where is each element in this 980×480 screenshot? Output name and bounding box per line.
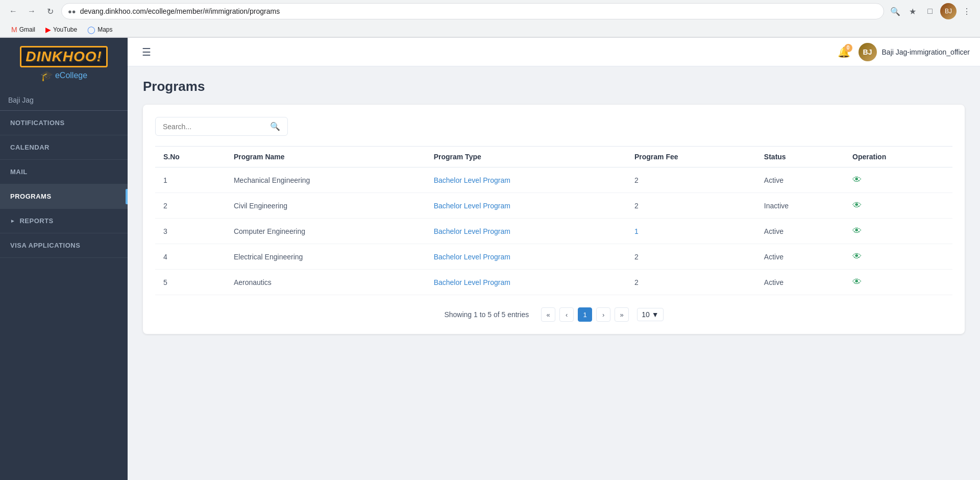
view-icon[interactable]: 👁	[852, 200, 862, 210]
main-content: Programs 🔍 S.No Program Name Program Typ…	[128, 66, 980, 480]
bookmarks-bar: M Gmail ▶ YouTube ◯ Maps	[0, 22, 980, 37]
app-container: DINKHOO! 🎓 eCollege Baji Jag NOTIFICATIO…	[0, 38, 980, 480]
forward-button[interactable]: →	[24, 4, 39, 18]
last-page-button[interactable]: »	[615, 307, 629, 322]
view-icon[interactable]: 👁	[852, 175, 862, 185]
browser-actions: 🔍 ★ □ BJ ⋮	[888, 3, 974, 19]
table-row: 5 Aeronautics Bachelor Level Program 2 A…	[155, 270, 952, 295]
page-size-chevron-icon: ▼	[652, 310, 659, 319]
cell-operation: 👁	[844, 167, 952, 193]
cell-program-name: Mechanical Engineering	[226, 167, 426, 193]
sidebar-item-calendar[interactable]: CALENDAR	[0, 135, 128, 160]
sidebar-item-visa-applications[interactable]: VISA APPLICATIONS	[0, 233, 128, 258]
user-info[interactable]: BJ Baji Jag-immigration_officer	[859, 43, 970, 61]
cell-program-name: Electrical Engineering	[226, 244, 426, 270]
programs-table: S.No Program Name Program Type Program F…	[155, 146, 952, 295]
ecollege-text: eCollege	[55, 71, 87, 80]
main-wrapper: ☰ 🔔 0 BJ Baji Jag-immigration_officer Pr…	[128, 38, 980, 480]
cell-status: Active	[756, 167, 844, 193]
bookmark-maps[interactable]: ◯ Maps	[83, 25, 116, 35]
youtube-icon: ▶	[45, 26, 51, 34]
table-header: S.No Program Name Program Type Program F…	[155, 147, 952, 167]
back-button[interactable]: ←	[6, 4, 20, 18]
cell-operation: 👁	[844, 244, 952, 270]
sidebar-item-mail[interactable]: MAIL	[0, 160, 128, 184]
page-1-button[interactable]: 1	[578, 307, 592, 322]
cell-program-type: Bachelor Level Program	[426, 219, 626, 244]
browser-chrome: ← → ↻ ●● 🔍 ★ □ BJ ⋮ M Gmail ▶ YouTube ◯ …	[0, 0, 980, 38]
cell-fee: 2	[626, 167, 756, 193]
user-avatar: BJ	[859, 43, 877, 61]
logo-ecollege: 🎓 eCollege	[8, 69, 119, 82]
cell-program-name: Computer Engineering	[226, 219, 426, 244]
first-page-button[interactable]: «	[541, 307, 555, 322]
calendar-label: CALENDAR	[10, 143, 50, 151]
cell-sno: 3	[155, 219, 226, 244]
notification-bell[interactable]: 🔔 0	[838, 46, 850, 58]
sidebar-user: Baji Jag	[0, 90, 128, 111]
page-size-select[interactable]: 10 ▼	[637, 308, 663, 321]
cell-program-type: Bachelor Level Program	[426, 270, 626, 295]
youtube-label: YouTube	[53, 26, 77, 33]
table-header-row: S.No Program Name Program Type Program F…	[155, 147, 952, 167]
reload-button[interactable]: ↻	[43, 4, 57, 18]
profile-avatar[interactable]: BJ	[940, 3, 957, 19]
cell-program-type: Bachelor Level Program	[426, 193, 626, 219]
page-title: Programs	[143, 79, 965, 94]
cell-program-type: Bachelor Level Program	[426, 167, 626, 193]
sidebar: DINKHOO! 🎓 eCollege Baji Jag NOTIFICATIO…	[0, 38, 128, 480]
col-program-type: Program Type	[426, 147, 626, 167]
maps-icon: ◯	[87, 26, 95, 34]
bookmark-button[interactable]: ★	[905, 4, 920, 18]
cell-status: Inactive	[756, 193, 844, 219]
view-icon[interactable]: 👁	[852, 277, 862, 287]
user-name-label: Baji Jag-immigration_officer	[882, 48, 970, 56]
cell-status: Active	[756, 270, 844, 295]
gmail-label: Gmail	[19, 26, 35, 33]
cell-fee: 1	[626, 219, 756, 244]
tab-button[interactable]: □	[923, 4, 937, 18]
search-button[interactable]: 🔍	[888, 4, 902, 18]
cell-fee: 2	[626, 270, 756, 295]
table-row: 3 Computer Engineering Bachelor Level Pr…	[155, 219, 952, 244]
cell-sno: 4	[155, 244, 226, 270]
search-icon: 🔍	[270, 122, 280, 131]
view-icon[interactable]: 👁	[852, 226, 862, 236]
hamburger-button[interactable]: ☰	[138, 44, 155, 60]
table-body: 1 Mechanical Engineering Bachelor Level …	[155, 167, 952, 295]
prev-page-button[interactable]: ‹	[559, 307, 574, 322]
sidebar-item-programs[interactable]: PROGRAMS	[0, 184, 128, 209]
cell-sno: 5	[155, 270, 226, 295]
next-page-button[interactable]: ›	[596, 307, 610, 322]
notifications-label: NOTIFICATIONS	[10, 119, 65, 127]
logo-dinkhoo: DINKHOO!	[20, 46, 108, 67]
sidebar-item-reports[interactable]: ► REPORTS	[0, 209, 128, 233]
sidebar-item-notifications[interactable]: NOTIFICATIONS	[0, 111, 128, 135]
reports-label: REPORTS	[19, 217, 53, 225]
reports-chevron-icon: ►	[10, 218, 15, 224]
cell-program-name: Civil Engineering	[226, 193, 426, 219]
programs-label: PROGRAMS	[10, 193, 52, 200]
cell-operation: 👁	[844, 270, 952, 295]
cell-fee: 2	[626, 193, 756, 219]
pagination-info: Showing 1 to 5 of 5 entries	[444, 310, 529, 319]
notification-badge: 0	[844, 44, 852, 52]
cell-operation: 👁	[844, 193, 952, 219]
view-icon[interactable]: 👁	[852, 251, 862, 261]
cell-status: Active	[756, 219, 844, 244]
search-bar: 🔍	[155, 117, 288, 136]
menu-button[interactable]: ⋮	[960, 4, 974, 18]
bookmark-youtube[interactable]: ▶ YouTube	[41, 25, 81, 35]
sidebar-logo: DINKHOO! 🎓 eCollege	[0, 38, 128, 90]
table-card: 🔍 S.No Program Name Program Type Program…	[143, 105, 965, 334]
url-input[interactable]	[80, 7, 877, 15]
cell-status: Active	[756, 244, 844, 270]
browser-toolbar: ← → ↻ ●● 🔍 ★ □ BJ ⋮	[0, 0, 980, 22]
col-sno: S.No	[155, 147, 226, 167]
page-size-value: 10	[642, 310, 650, 319]
cell-sno: 2	[155, 193, 226, 219]
address-bar: ●●	[61, 3, 884, 19]
security-icon: ●●	[68, 8, 76, 15]
bookmark-gmail[interactable]: M Gmail	[7, 25, 39, 35]
search-input[interactable]	[163, 123, 266, 131]
